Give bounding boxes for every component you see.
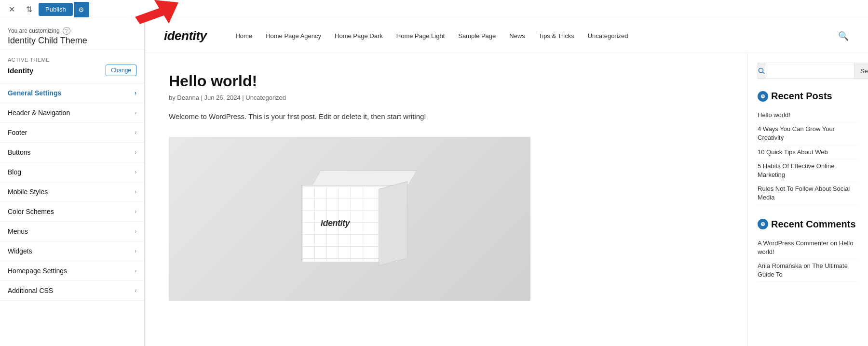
chevron-right-icon: › bbox=[135, 248, 136, 254]
sidebar-nav-item[interactable]: Footer› bbox=[0, 123, 144, 143]
page-body: Hello world! by Deanna | Jun 26, 2024 | … bbox=[145, 53, 868, 346]
nav-item-label: Footer bbox=[8, 129, 27, 136]
sidebar-nav-item[interactable]: Additional CSS› bbox=[0, 281, 144, 301]
chevron-right-icon: › bbox=[135, 149, 136, 156]
theme-name: Identity Child Theme bbox=[8, 36, 136, 46]
active-theme-name: Identity bbox=[8, 67, 33, 75]
site-nav-link[interactable]: Sample Page bbox=[458, 32, 496, 40]
nav-item-label: Blog bbox=[8, 168, 21, 176]
nav-item-label: Menus bbox=[8, 227, 28, 235]
recent-comments-list: A WordPress Commenter on Hello world!Ani… bbox=[758, 237, 858, 282]
site-nav: HomeHome Page AgencyHome Page DarkHome P… bbox=[235, 32, 838, 40]
sidebar-nav-item[interactable]: Menus› bbox=[0, 222, 144, 241]
sidebar-nav-item[interactable]: Homepage Settings› bbox=[0, 261, 144, 281]
chevron-right-icon: › bbox=[135, 90, 136, 96]
sidebar-nav-item[interactable]: Header & Navigation› bbox=[0, 103, 144, 123]
customizing-text: You are customizing bbox=[8, 27, 60, 34]
site-nav-link[interactable]: News bbox=[509, 32, 525, 40]
main-layout: You are customizing ? Identity Child The… bbox=[0, 19, 868, 346]
chevron-right-icon: › bbox=[135, 109, 136, 116]
recent-posts-list: Hello world!4 Ways You Can Grow Your Cre… bbox=[758, 108, 858, 205]
chevron-right-icon: › bbox=[135, 169, 136, 175]
gear-button[interactable]: ⚙ bbox=[74, 2, 89, 17]
sidebar-nav-item[interactable]: General Settings› bbox=[0, 83, 144, 103]
site-logo: identity bbox=[164, 28, 206, 43]
search-widget-icon bbox=[758, 63, 765, 79]
customizing-label: You are customizing ? bbox=[8, 27, 136, 35]
header-search-button[interactable]: 🔍 bbox=[838, 31, 849, 41]
nav-item-label: Buttons bbox=[8, 148, 30, 156]
list-item[interactable]: Rules Not To Follow About Social Media bbox=[758, 182, 858, 205]
customizer-sidebar: You are customizing ? Identity Child The… bbox=[0, 19, 145, 346]
nav-item-label: Mobile Styles bbox=[8, 188, 48, 196]
list-item[interactable]: Hello world! bbox=[758, 108, 858, 122]
recent-posts-title: Recent Posts bbox=[758, 91, 858, 102]
admin-bar: ✕ ⇅ Publish ⚙ bbox=[0, 0, 868, 19]
widget-sidebar: Search Recent Posts Hello world!4 Wa bbox=[747, 53, 868, 346]
chevron-right-icon: › bbox=[135, 287, 136, 294]
site-nav-link[interactable]: Home Page Agency bbox=[266, 32, 321, 40]
admin-bar-left: ✕ ⇅ Publish ⚙ bbox=[0, 2, 93, 17]
active-theme-row: Identity Change bbox=[8, 65, 136, 76]
box-label: identity bbox=[321, 218, 350, 228]
recent-comments-widget: Recent Comments A WordPress Commenter on… bbox=[758, 219, 858, 282]
sidebar-nav-item[interactable]: Buttons› bbox=[0, 143, 144, 162]
box-side-face bbox=[379, 181, 407, 266]
sidebar-nav-item[interactable]: Mobile Styles› bbox=[0, 182, 144, 202]
post-meta: by Deanna | Jun 26, 2024 | Uncategorized bbox=[169, 94, 723, 101]
search-submit-button[interactable]: Search bbox=[854, 63, 868, 79]
arrows-button[interactable]: ⇅ bbox=[21, 2, 37, 17]
nav-item-label: Widgets bbox=[8, 247, 32, 255]
list-item[interactable]: Ania Romańska on The Ultimate Guide To bbox=[758, 259, 858, 282]
active-theme-section: Active theme Identity Change bbox=[0, 50, 144, 83]
chevron-right-icon: › bbox=[135, 228, 136, 235]
list-item[interactable]: 10 Quick Tips About Web bbox=[758, 146, 858, 160]
site-nav-link[interactable]: Home Page Light bbox=[396, 32, 445, 40]
site-nav-link[interactable]: Home Page Dark bbox=[335, 32, 383, 40]
nav-item-label: General Settings bbox=[8, 89, 61, 97]
nav-item-label: Color Schemes bbox=[8, 208, 54, 215]
content-area: identity HomeHome Page AgencyHome Page D… bbox=[145, 19, 868, 346]
chevron-right-icon: › bbox=[135, 188, 136, 195]
recent-comments-title: Recent Comments bbox=[758, 219, 858, 230]
chevron-right-icon: › bbox=[135, 129, 136, 136]
nav-items: General Settings›Header & Navigation›Foo… bbox=[0, 83, 144, 346]
sidebar-nav-item[interactable]: Widgets› bbox=[0, 241, 144, 261]
nav-item-label: Homepage Settings bbox=[8, 267, 67, 275]
post-image: identity bbox=[169, 137, 530, 301]
list-item[interactable]: 4 Ways You Can Grow Your Creativity bbox=[758, 122, 858, 145]
post-excerpt: Welcome to WordPress. This is your first… bbox=[169, 111, 723, 122]
recent-posts-widget: Recent Posts Hello world!4 Ways You Can … bbox=[758, 91, 858, 205]
site-nav-link[interactable]: Uncategorized bbox=[588, 32, 628, 40]
nav-item-label: Additional CSS bbox=[8, 287, 53, 294]
svg-line-2 bbox=[763, 72, 765, 74]
search-input[interactable] bbox=[765, 63, 854, 79]
sidebar-nav-item[interactable]: Blog› bbox=[0, 162, 144, 182]
help-icon[interactable]: ? bbox=[63, 27, 70, 35]
list-item[interactable]: 5 Habits Of Effective Online Marketing bbox=[758, 160, 858, 182]
post-title: Hello world! bbox=[169, 72, 723, 90]
search-widget: Search bbox=[758, 63, 858, 79]
close-button[interactable]: ✕ bbox=[4, 2, 19, 17]
chevron-right-icon: › bbox=[135, 208, 136, 215]
post-area: Hello world! by Deanna | Jun 26, 2024 | … bbox=[145, 53, 747, 346]
site-header: identity HomeHome Page AgencyHome Page D… bbox=[145, 19, 868, 53]
recent-posts-icon bbox=[758, 91, 768, 102]
list-item[interactable]: A WordPress Commenter on Hello world! bbox=[758, 237, 858, 259]
site-nav-link[interactable]: Tips & Tricks bbox=[539, 32, 574, 40]
publish-button[interactable]: Publish bbox=[39, 3, 73, 16]
nav-item-label: Header & Navigation bbox=[8, 109, 70, 117]
sidebar-header: You are customizing ? Identity Child The… bbox=[0, 19, 144, 50]
svg-point-1 bbox=[759, 68, 763, 73]
site-nav-link[interactable]: Home bbox=[235, 32, 252, 40]
sidebar-nav-item[interactable]: Color Schemes› bbox=[0, 202, 144, 222]
active-theme-label: Active theme bbox=[8, 57, 136, 63]
recent-comments-icon bbox=[758, 219, 768, 229]
change-theme-button[interactable]: Change bbox=[106, 65, 136, 76]
chevron-right-icon: › bbox=[135, 267, 136, 274]
box-illustration: identity bbox=[282, 166, 417, 272]
